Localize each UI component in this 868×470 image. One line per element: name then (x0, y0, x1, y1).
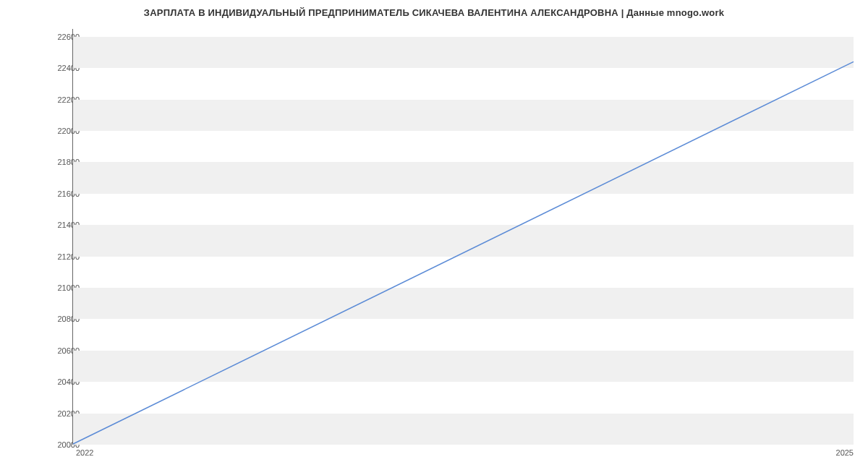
data-line (73, 29, 854, 444)
x-tick-label: 2025 (836, 448, 854, 457)
chart-container: ЗАРПЛАТА В ИНДИВИДУАЛЬНЫЙ ПРЕДПРИНИМАТЕЛ… (0, 0, 868, 470)
chart-title: ЗАРПЛАТА В ИНДИВИДУАЛЬНЫЙ ПРЕДПРИНИМАТЕЛ… (0, 0, 868, 18)
x-tick-label: 2022 (76, 448, 93, 457)
plot-area (72, 29, 854, 445)
